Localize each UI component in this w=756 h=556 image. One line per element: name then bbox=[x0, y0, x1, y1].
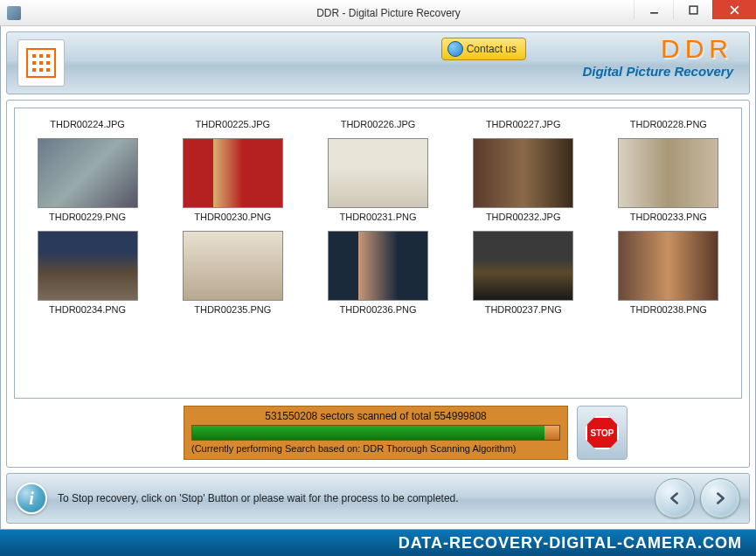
thumbnail-item[interactable]: THDR00238.PNG bbox=[598, 227, 739, 318]
thumbnail-filename: THDR00232.JPG bbox=[454, 212, 593, 222]
thumbnail-filename: THDR00238.PNG bbox=[600, 304, 738, 315]
footer-panel: i To Stop recovery, click on 'Stop' Butt… bbox=[6, 473, 750, 524]
close-button[interactable] bbox=[712, 0, 756, 19]
sectors-scanned-text: 531550208 sectors scanned of total 55499… bbox=[191, 410, 560, 422]
contact-us-button[interactable]: Contact us bbox=[441, 38, 526, 60]
svg-rect-10 bbox=[46, 61, 50, 65]
app-icon bbox=[7, 6, 21, 20]
header-panel: Contact us DDR Digital Picture Recovery bbox=[6, 31, 750, 94]
svg-rect-11 bbox=[32, 68, 36, 72]
thumbnail-scroll-area[interactable]: THDR00224.JPGTHDR00225.JPGTHDR00226.JPGT… bbox=[14, 108, 742, 399]
footer-hint-text: To Stop recovery, click on 'Stop' Button… bbox=[58, 492, 649, 504]
thumbnail-image bbox=[618, 231, 718, 301]
thumbnail-item[interactable]: THDR00236.PNG bbox=[307, 227, 448, 318]
thumbnail-image bbox=[328, 138, 428, 208]
svg-rect-13 bbox=[46, 68, 50, 72]
svg-rect-9 bbox=[39, 61, 43, 65]
thumbnail-item[interactable]: THDR00227.JPG bbox=[453, 112, 594, 133]
progress-bar bbox=[191, 425, 560, 441]
algorithm-text: (Currently performing Search based on: D… bbox=[191, 443, 560, 454]
thumbnail-filename: THDR00225.JPG bbox=[163, 119, 302, 129]
website-url: DATA-RECOVERY-DIGITAL-CAMERA.COM bbox=[399, 534, 742, 553]
thumbnail-filename: THDR00233.PNG bbox=[600, 212, 738, 222]
svg-rect-8 bbox=[32, 61, 36, 65]
thumbnail-filename: THDR00226.JPG bbox=[309, 119, 447, 129]
svg-rect-12 bbox=[39, 68, 43, 72]
logo-icon[interactable] bbox=[17, 39, 65, 87]
stop-button[interactable]: STOP bbox=[577, 406, 628, 460]
thumbnail-item[interactable]: THDR00225.JPG bbox=[162, 112, 303, 133]
thumbnail-item[interactable]: THDR00230.PNG bbox=[162, 135, 303, 226]
thumbnail-filename: THDR00224.JPG bbox=[18, 119, 156, 129]
thumbnail-item[interactable]: THDR00228.PNG bbox=[598, 112, 739, 133]
thumbnail-filename: THDR00231.PNG bbox=[309, 212, 447, 222]
window-controls bbox=[634, 0, 756, 19]
thumbnail-item[interactable]: THDR00233.PNG bbox=[598, 135, 739, 226]
svg-rect-6 bbox=[39, 54, 43, 58]
thumbnail-item[interactable]: THDR00235.PNG bbox=[162, 227, 303, 318]
thumbnail-item[interactable]: THDR00231.PNG bbox=[307, 135, 448, 226]
thumbnail-image bbox=[618, 138, 718, 208]
thumbnail-item[interactable]: THDR00226.JPG bbox=[307, 112, 448, 133]
maximize-button[interactable] bbox=[673, 0, 712, 19]
website-footer-bar: DATA-RECOVERY-DIGITAL-CAMERA.COM bbox=[0, 530, 756, 556]
thumbnail-item[interactable]: THDR00232.JPG bbox=[453, 135, 594, 226]
window-body: Contact us DDR Digital Picture Recovery … bbox=[0, 26, 756, 530]
info-icon: i bbox=[16, 483, 47, 514]
progress-box: 531550208 sectors scanned of total 55499… bbox=[184, 406, 568, 460]
brand-logo-text: DDR bbox=[582, 36, 733, 62]
thumbnail-filename: THDR00235.PNG bbox=[163, 304, 302, 315]
progress-fill bbox=[192, 426, 544, 440]
minimize-button[interactable] bbox=[634, 0, 673, 19]
forward-button[interactable] bbox=[700, 478, 740, 518]
svg-rect-7 bbox=[46, 54, 50, 58]
titlebar: DDR - Digital Picture Recovery bbox=[0, 0, 756, 26]
main-panel: THDR00224.JPGTHDR00225.JPGTHDR00226.JPGT… bbox=[6, 100, 750, 468]
thumbnail-item[interactable]: THDR00237.PNG bbox=[453, 227, 594, 318]
brand-block: DDR Digital Picture Recovery bbox=[582, 36, 733, 79]
contact-label: Contact us bbox=[467, 43, 517, 55]
thumbnail-item[interactable]: THDR00229.PNG bbox=[17, 135, 158, 226]
thumbnail-image bbox=[473, 138, 573, 208]
thumbnail-item[interactable]: THDR00234.PNG bbox=[17, 227, 158, 318]
thumbnail-filename: THDR00237.PNG bbox=[454, 304, 593, 315]
svg-rect-1 bbox=[690, 6, 697, 14]
thumbnail-filename: THDR00228.PNG bbox=[600, 119, 738, 129]
thumbnail-filename: THDR00236.PNG bbox=[309, 304, 447, 315]
progress-row: 531550208 sectors scanned of total 55499… bbox=[14, 406, 742, 460]
contact-avatar-icon bbox=[447, 41, 463, 57]
thumbnail-image bbox=[328, 231, 428, 301]
thumbnail-image bbox=[183, 138, 283, 208]
thumbnail-filename: THDR00229.PNG bbox=[18, 212, 156, 222]
thumbnail-image bbox=[183, 231, 283, 301]
thumbnail-item[interactable]: THDR00224.JPG bbox=[17, 112, 158, 133]
thumbnail-image bbox=[38, 231, 138, 301]
thumbnail-image bbox=[473, 231, 573, 301]
stop-icon: STOP bbox=[586, 416, 619, 449]
thumbnail-filename: THDR00227.JPG bbox=[454, 119, 593, 129]
thumbnail-filename: THDR00230.PNG bbox=[163, 212, 302, 222]
back-button[interactable] bbox=[655, 478, 695, 518]
thumbnail-image bbox=[38, 138, 138, 208]
thumbnail-grid: THDR00224.JPGTHDR00225.JPGTHDR00226.JPGT… bbox=[17, 112, 739, 318]
thumbnail-filename: THDR00234.PNG bbox=[18, 304, 156, 315]
brand-subtitle: Digital Picture Recovery bbox=[582, 64, 733, 79]
svg-rect-5 bbox=[32, 54, 36, 58]
